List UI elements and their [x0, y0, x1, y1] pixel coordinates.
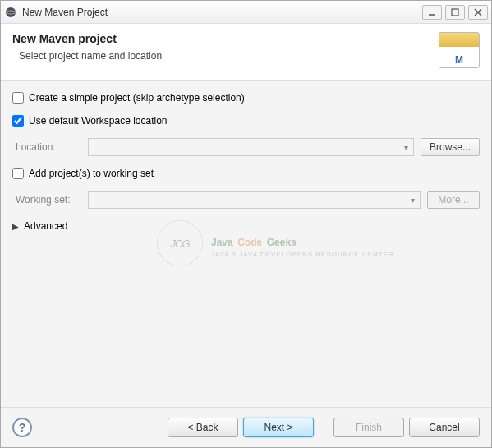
chevron-down-icon: ▾: [401, 143, 412, 152]
working-set-combo: ▾: [88, 191, 421, 209]
eclipse-icon: [4, 6, 17, 19]
browse-button[interactable]: Browse...: [421, 138, 480, 156]
titlebar: New Maven Project: [1, 1, 491, 24]
add-working-set-checkbox[interactable]: [12, 168, 24, 179]
maximize-button[interactable]: [445, 5, 465, 20]
use-default-workspace-checkbox[interactable]: [12, 115, 24, 127]
simple-project-label: Create a simple project (skip archetype …: [29, 92, 245, 104]
page-subtitle: Select project name and location: [19, 50, 162, 62]
use-default-workspace-label: Use default Workspace location: [29, 115, 168, 127]
expand-icon: ▶: [12, 222, 19, 231]
wizard-content: Create a simple project (skip archetype …: [1, 81, 491, 407]
next-button[interactable]: Next >: [243, 418, 314, 437]
dialog-window: New Maven Project New Maven project Sele…: [0, 0, 492, 448]
window-controls: [422, 5, 488, 20]
finish-button[interactable]: Finish: [333, 418, 404, 437]
simple-project-checkbox[interactable]: [12, 92, 24, 104]
back-button[interactable]: < Back: [168, 418, 238, 437]
wizard-header: New Maven project Select project name an…: [1, 24, 491, 81]
location-combo: ▾: [88, 138, 414, 156]
more-button[interactable]: More...: [427, 191, 480, 209]
minimize-button[interactable]: [422, 5, 442, 20]
location-label: Location:: [16, 141, 81, 153]
chevron-down-icon: ▾: [407, 196, 418, 205]
wizard-footer: ? < Back Next > Finish Cancel: [1, 407, 491, 447]
maven-wizard-icon: M: [439, 32, 480, 68]
page-title: New Maven project: [12, 32, 162, 45]
close-button[interactable]: [468, 5, 488, 20]
working-set-label: Working set:: [16, 194, 81, 206]
cancel-button[interactable]: Cancel: [409, 418, 480, 437]
svg-point-0: [6, 7, 16, 17]
window-title: New Maven Project: [22, 7, 422, 18]
add-working-set-label: Add project(s) to working set: [29, 168, 154, 179]
advanced-expander[interactable]: ▶ Advanced: [12, 220, 480, 232]
svg-rect-3: [452, 9, 458, 16]
advanced-label: Advanced: [24, 220, 67, 232]
help-button[interactable]: ?: [12, 418, 32, 437]
